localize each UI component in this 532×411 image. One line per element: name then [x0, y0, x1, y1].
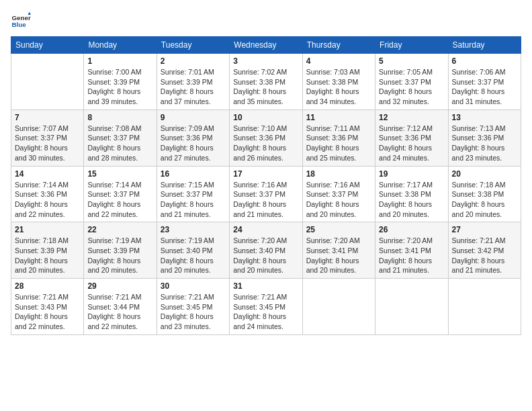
day-number: 27	[452, 225, 517, 234]
day-info: Sunrise: 7:21 AM Sunset: 3:43 PM Dayligh…	[15, 292, 80, 332]
day-info: Sunrise: 7:11 AM Sunset: 3:36 PM Dayligh…	[306, 124, 371, 163]
day-info: Sunrise: 7:20 AM Sunset: 3:41 PM Dayligh…	[306, 236, 371, 275]
day-number: 9	[161, 113, 226, 122]
day-number: 13	[452, 113, 517, 122]
calendar-cell	[11, 54, 84, 110]
calendar-cell: 20Sunrise: 7:18 AM Sunset: 3:38 PM Dayli…	[448, 166, 521, 222]
day-number: 18	[306, 169, 371, 179]
day-info: Sunrise: 7:10 AM Sunset: 3:36 PM Dayligh…	[233, 124, 298, 163]
day-number: 28	[15, 281, 80, 291]
calendar-cell: 24Sunrise: 7:20 AM Sunset: 3:40 PM Dayli…	[230, 222, 302, 279]
day-info: Sunrise: 7:01 AM Sunset: 3:39 PM Dayligh…	[161, 67, 226, 107]
day-number: 21	[15, 225, 80, 234]
page-header: General Blue	[11, 11, 521, 31]
day-number: 4	[306, 56, 371, 66]
day-info: Sunrise: 7:02 AM Sunset: 3:38 PM Dayligh…	[233, 67, 298, 107]
weekday-friday: Friday	[375, 37, 448, 54]
day-info: Sunrise: 7:12 AM Sunset: 3:36 PM Dayligh…	[379, 124, 444, 163]
calendar-week-5: 28Sunrise: 7:21 AM Sunset: 3:43 PM Dayli…	[11, 279, 521, 335]
svg-text:General: General	[12, 14, 32, 21]
day-info: Sunrise: 7:19 AM Sunset: 3:40 PM Dayligh…	[161, 236, 226, 275]
day-info: Sunrise: 7:03 AM Sunset: 3:38 PM Dayligh…	[306, 67, 371, 107]
day-info: Sunrise: 7:21 AM Sunset: 3:45 PM Dayligh…	[161, 292, 226, 332]
day-info: Sunrise: 7:21 AM Sunset: 3:44 PM Dayligh…	[87, 292, 152, 332]
calendar-cell: 21Sunrise: 7:18 AM Sunset: 3:39 PM Dayli…	[11, 222, 84, 279]
calendar-cell: 17Sunrise: 7:16 AM Sunset: 3:37 PM Dayli…	[230, 166, 302, 222]
weekday-header-row: SundayMondayTuesdayWednesdayThursdayFrid…	[11, 37, 521, 54]
day-info: Sunrise: 7:18 AM Sunset: 3:39 PM Dayligh…	[15, 236, 80, 275]
day-number: 16	[161, 169, 226, 179]
day-info: Sunrise: 7:21 AM Sunset: 3:42 PM Dayligh…	[452, 236, 517, 275]
calendar-cell: 15Sunrise: 7:14 AM Sunset: 3:37 PM Dayli…	[84, 166, 157, 222]
day-number: 24	[233, 225, 298, 234]
calendar-cell: 19Sunrise: 7:17 AM Sunset: 3:38 PM Dayli…	[375, 166, 448, 222]
day-info: Sunrise: 7:14 AM Sunset: 3:36 PM Dayligh…	[15, 180, 80, 220]
calendar-cell: 18Sunrise: 7:16 AM Sunset: 3:37 PM Dayli…	[302, 166, 375, 222]
day-info: Sunrise: 7:09 AM Sunset: 3:36 PM Dayligh…	[161, 124, 226, 163]
calendar-cell: 29Sunrise: 7:21 AM Sunset: 3:44 PM Dayli…	[84, 279, 157, 335]
weekday-sunday: Sunday	[11, 37, 84, 54]
calendar-week-3: 14Sunrise: 7:14 AM Sunset: 3:36 PM Dayli…	[11, 166, 521, 222]
calendar-cell: 27Sunrise: 7:21 AM Sunset: 3:42 PM Dayli…	[448, 222, 521, 279]
day-number: 31	[233, 281, 298, 291]
day-info: Sunrise: 7:20 AM Sunset: 3:40 PM Dayligh…	[233, 236, 298, 275]
day-number: 10	[233, 113, 298, 122]
day-number: 23	[161, 225, 226, 234]
calendar-week-1: 1Sunrise: 7:00 AM Sunset: 3:39 PM Daylig…	[11, 54, 521, 110]
svg-marker-2	[28, 12, 32, 15]
day-number: 8	[87, 113, 152, 122]
calendar-cell: 5Sunrise: 7:05 AM Sunset: 3:37 PM Daylig…	[375, 54, 448, 110]
day-number: 7	[15, 113, 80, 122]
day-number: 14	[15, 169, 80, 179]
calendar-cell: 14Sunrise: 7:14 AM Sunset: 3:36 PM Dayli…	[11, 166, 84, 222]
calendar-cell: 6Sunrise: 7:06 AM Sunset: 3:37 PM Daylig…	[448, 54, 521, 110]
svg-text:Blue: Blue	[12, 21, 27, 28]
day-number: 6	[452, 56, 517, 66]
calendar-cell: 28Sunrise: 7:21 AM Sunset: 3:43 PM Dayli…	[11, 279, 84, 335]
calendar-week-4: 21Sunrise: 7:18 AM Sunset: 3:39 PM Dayli…	[11, 222, 521, 279]
calendar-table: SundayMondayTuesdayWednesdayThursdayFrid…	[11, 36, 521, 335]
day-number: 1	[87, 56, 152, 66]
day-info: Sunrise: 7:14 AM Sunset: 3:37 PM Dayligh…	[87, 180, 152, 220]
day-number: 22	[87, 225, 152, 234]
day-info: Sunrise: 7:18 AM Sunset: 3:38 PM Dayligh…	[452, 180, 517, 220]
calendar-cell: 13Sunrise: 7:13 AM Sunset: 3:36 PM Dayli…	[448, 109, 521, 166]
day-number: 2	[161, 56, 226, 66]
calendar-cell	[448, 279, 521, 335]
day-info: Sunrise: 7:08 AM Sunset: 3:37 PM Dayligh…	[87, 124, 152, 163]
day-info: Sunrise: 7:00 AM Sunset: 3:39 PM Dayligh…	[87, 67, 152, 107]
calendar-cell	[302, 279, 375, 335]
day-number: 15	[87, 169, 152, 179]
day-number: 30	[161, 281, 226, 291]
weekday-thursday: Thursday	[302, 37, 375, 54]
calendar-cell	[375, 279, 448, 335]
day-info: Sunrise: 7:06 AM Sunset: 3:37 PM Dayligh…	[452, 67, 517, 107]
day-info: Sunrise: 7:17 AM Sunset: 3:38 PM Dayligh…	[379, 180, 444, 220]
calendar-cell: 31Sunrise: 7:21 AM Sunset: 3:45 PM Dayli…	[230, 279, 302, 335]
calendar-cell: 10Sunrise: 7:10 AM Sunset: 3:36 PM Dayli…	[230, 109, 302, 166]
calendar-cell: 4Sunrise: 7:03 AM Sunset: 3:38 PM Daylig…	[302, 54, 375, 110]
calendar-cell: 1Sunrise: 7:00 AM Sunset: 3:39 PM Daylig…	[84, 54, 157, 110]
day-info: Sunrise: 7:05 AM Sunset: 3:37 PM Dayligh…	[379, 67, 444, 107]
calendar-week-2: 7Sunrise: 7:07 AM Sunset: 3:37 PM Daylig…	[11, 109, 521, 166]
day-number: 3	[233, 56, 298, 66]
day-number: 19	[379, 169, 444, 179]
logo: General Blue	[11, 11, 32, 31]
calendar-cell: 2Sunrise: 7:01 AM Sunset: 3:39 PM Daylig…	[157, 54, 229, 110]
day-number: 17	[233, 169, 298, 179]
day-number: 25	[306, 225, 371, 234]
calendar-cell: 3Sunrise: 7:02 AM Sunset: 3:38 PM Daylig…	[230, 54, 302, 110]
calendar-cell: 16Sunrise: 7:15 AM Sunset: 3:37 PM Dayli…	[157, 166, 229, 222]
weekday-wednesday: Wednesday	[230, 37, 302, 54]
calendar-cell: 7Sunrise: 7:07 AM Sunset: 3:37 PM Daylig…	[11, 109, 84, 166]
day-info: Sunrise: 7:20 AM Sunset: 3:41 PM Dayligh…	[379, 236, 444, 275]
calendar-cell: 26Sunrise: 7:20 AM Sunset: 3:41 PM Dayli…	[375, 222, 448, 279]
day-number: 26	[379, 225, 444, 234]
calendar-cell: 22Sunrise: 7:19 AM Sunset: 3:39 PM Dayli…	[84, 222, 157, 279]
calendar-cell: 8Sunrise: 7:08 AM Sunset: 3:37 PM Daylig…	[84, 109, 157, 166]
day-info: Sunrise: 7:07 AM Sunset: 3:37 PM Dayligh…	[15, 124, 80, 163]
weekday-saturday: Saturday	[448, 37, 521, 54]
day-number: 29	[87, 281, 152, 291]
weekday-tuesday: Tuesday	[157, 37, 229, 54]
calendar-cell: 9Sunrise: 7:09 AM Sunset: 3:36 PM Daylig…	[157, 109, 229, 166]
